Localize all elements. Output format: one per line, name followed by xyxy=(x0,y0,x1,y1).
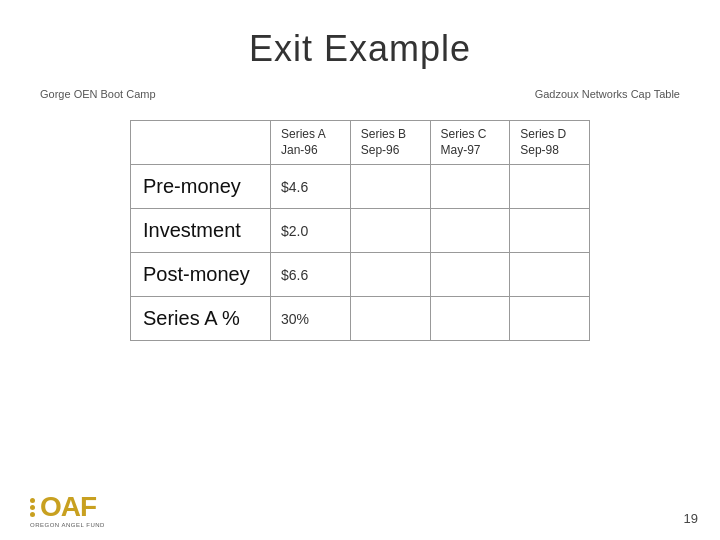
logo-small-text: OREGON ANGEL FUND xyxy=(30,522,105,528)
cap-table-container: Series AJan-96 Series BSep-96 Series CMa… xyxy=(130,120,590,341)
row-value-series-a-pct-b xyxy=(350,297,430,341)
header-series-a: Series AJan-96 xyxy=(271,121,351,165)
row-label-postmoney: Post-money xyxy=(131,253,271,297)
table-row: Series A % 30% xyxy=(131,297,590,341)
row-value-investment-b xyxy=(350,209,430,253)
row-value-series-a-pct-c xyxy=(430,297,510,341)
row-value-premoney-d xyxy=(510,165,590,209)
row-value-investment-d xyxy=(510,209,590,253)
table-title: Gadzoux Networks Cap Table xyxy=(535,88,680,100)
row-value-postmoney-a: $6.6 xyxy=(271,253,351,297)
row-value-premoney-c xyxy=(430,165,510,209)
row-label-premoney: Pre-money xyxy=(131,165,271,209)
row-value-premoney-b xyxy=(350,165,430,209)
table-row: Pre-money $4.6 xyxy=(131,165,590,209)
row-label-investment: Investment xyxy=(131,209,271,253)
header-empty-cell xyxy=(131,121,271,165)
row-value-postmoney-d xyxy=(510,253,590,297)
row-value-series-a-pct-a: 30% xyxy=(271,297,351,341)
logo-dot-3 xyxy=(30,512,35,517)
table-row: Investment $2.0 xyxy=(131,209,590,253)
page-title: Exit Example xyxy=(0,0,720,88)
header-series-b: Series BSep-96 xyxy=(350,121,430,165)
cap-table: Series AJan-96 Series BSep-96 Series CMa… xyxy=(130,120,590,341)
logo-dot-2 xyxy=(30,505,35,510)
header-series-d: Series DSep-98 xyxy=(510,121,590,165)
logo-area: OAF OREGON ANGEL FUND xyxy=(30,493,105,528)
row-value-series-a-pct-d xyxy=(510,297,590,341)
logo-text: OAF xyxy=(40,493,96,521)
row-label-series-a-pct: Series A % xyxy=(131,297,271,341)
logo-wrapper: OAF OREGON ANGEL FUND xyxy=(30,493,105,528)
table-row: Post-money $6.6 xyxy=(131,253,590,297)
row-value-investment-a: $2.0 xyxy=(271,209,351,253)
header-series-c: Series CMay-97 xyxy=(430,121,510,165)
gorge-label: Gorge OEN Boot Camp xyxy=(40,88,156,100)
row-value-postmoney-c xyxy=(430,253,510,297)
table-header-row: Series AJan-96 Series BSep-96 Series CMa… xyxy=(131,121,590,165)
page-number: 19 xyxy=(684,511,698,526)
logo-dots xyxy=(30,498,35,517)
row-value-investment-c xyxy=(430,209,510,253)
row-value-postmoney-b xyxy=(350,253,430,297)
row-value-premoney-a: $4.6 xyxy=(271,165,351,209)
logo-dot-1 xyxy=(30,498,35,503)
